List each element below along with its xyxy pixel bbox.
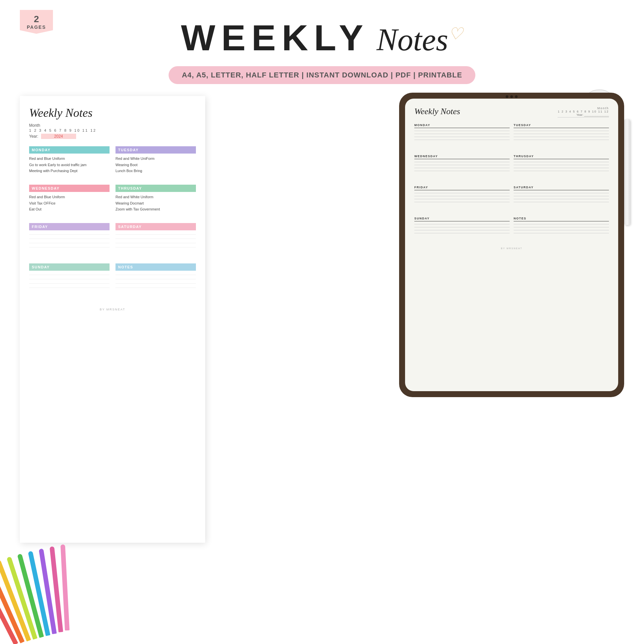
tablet-day-content-monday (414, 131, 510, 151)
tablet-day-line (414, 227, 510, 227)
day-item: Red and White Uniform (115, 194, 196, 200)
tablet-day-content-tuesday (514, 131, 609, 151)
tablet-day-block-friday: FRIDAY (414, 186, 510, 213)
tablet-day-line (414, 202, 510, 202)
day-block-wednesday: WEDNESDAYRed and Blue UniformVisit Tax O… (29, 185, 110, 217)
tablet-day-block-notes: NOTES (514, 217, 609, 244)
camera-dot-1 (506, 95, 508, 98)
tablet-day-content-saturday (514, 193, 609, 213)
tablet-day-line (514, 199, 609, 199)
tablet-day-grid: MONDAYTUESDAYWEDNESDAYTHRUSDAYFRIDAYSATU… (414, 123, 609, 244)
heart-icon: ♡ (448, 24, 463, 43)
day-header-notes: NOTES (115, 263, 196, 271)
day-header-friday: FRIDAY (29, 223, 110, 230)
day-item: Eat Out (29, 206, 110, 212)
day-item: Visit Tax OFFice (29, 200, 110, 207)
tablet-camera (506, 95, 518, 98)
tablet-title: Weekly Notes (414, 107, 460, 116)
tablet-day-header-thrusday: THRUSDAY (514, 155, 609, 159)
tablet-day-header-wednesday: WEDNESDAY (414, 155, 510, 159)
day-line (29, 239, 110, 239)
day-item: Wearing Boot (115, 162, 196, 168)
tablet-day-line (514, 165, 609, 165)
day-item: Lunch Box Bring (115, 168, 196, 174)
tablet-day-line (414, 224, 510, 224)
subtitle-pill: A4, A5, LETTER, HALF LETTER | INSTANT DO… (168, 66, 475, 84)
tablet-day-line (414, 233, 510, 233)
title-area: WEEKLY Notes♡ (0, 17, 644, 59)
day-line (29, 288, 110, 288)
tablet-day-line (514, 131, 609, 131)
title-weekly: WEEKLY (181, 17, 369, 59)
tablet-day-header-sunday: SUNDAY (414, 217, 510, 221)
tablet-day-line (514, 171, 609, 171)
tablet-day-line (414, 168, 510, 168)
day-line (115, 247, 196, 248)
tablet-day-line (414, 230, 510, 230)
tablet-day-line (414, 171, 510, 171)
tablet-day-block-thrusday: THRUSDAY (514, 155, 609, 182)
tablet-day-line (414, 137, 510, 137)
tablet-day-content-friday (414, 193, 510, 213)
day-line (29, 247, 110, 248)
day-block-notes: NOTES (115, 263, 196, 298)
day-content-monday: Red and Blue UniformGo to work Early to … (29, 156, 110, 179)
tablet-day-header-monday: MONDAY (414, 123, 510, 128)
camera-dot-2 (510, 95, 513, 98)
tablet-day-line (414, 134, 510, 134)
tablet-day-content-wednesday (414, 162, 510, 182)
day-block-tuesday: TUESDAYRed and White UniFormWearing Boot… (115, 146, 196, 179)
tablet-day-block-wednesday: WEDNESDAY (414, 155, 510, 182)
day-line (115, 288, 196, 288)
tablet-month-label: Month (558, 107, 609, 110)
tablet-day-line (514, 140, 609, 140)
tablet-brand: BY MRSNEAT (414, 247, 609, 250)
left-paper-title: Weekly Notes (29, 106, 196, 120)
day-content-wednesday: Red and Blue UniformVisit Tax OFFiceEat … (29, 194, 110, 217)
month-numbers: 1 2 3 4 5 6 7 8 9 10 11 12 (29, 128, 196, 132)
day-content-thrusday: Red and White UniformWearing DocmartZoom… (115, 194, 196, 217)
tablet-day-line (514, 196, 609, 196)
day-content-sunday (29, 275, 110, 298)
day-block-monday: MONDAYRed and Blue UniformGo to work Ear… (29, 146, 110, 179)
year-row: Year: 2024 (29, 134, 196, 139)
title-notes: Notes♡ (377, 22, 463, 58)
tablet-day-content-notes (514, 224, 609, 244)
day-item: Wearing Docmart (115, 200, 196, 207)
day-block-friday: FRIDAY (29, 223, 110, 257)
day-header-thrusday: THRUSDAY (115, 185, 196, 192)
day-content-friday (29, 234, 110, 257)
day-grid: MONDAYRed and Blue UniformGo to work Ear… (29, 146, 196, 298)
day-header-tuesday: TUESDAY (115, 146, 196, 154)
tablet-day-line (514, 168, 609, 168)
day-content-tuesday: Red and White UniFormWearing BootLunch B… (115, 156, 196, 179)
tablet-screen: Weekly Notes Month 1 2 3 4 5 6 7 8 9 10 … (405, 99, 618, 391)
day-block-sunday: SUNDAY (29, 263, 110, 298)
tablet-day-line (414, 193, 510, 193)
day-block-saturday: SATURDAY (115, 223, 196, 257)
pens-container (0, 541, 94, 644)
tablet-day-line (514, 137, 609, 137)
tablet-month-numbers: 1 2 3 4 5 6 7 8 9 10 11 12 (558, 110, 609, 113)
day-line (29, 279, 110, 279)
day-item: Meeting with Purchasing Dept (29, 168, 110, 174)
tablet-day-line (514, 162, 609, 162)
day-line (29, 234, 110, 235)
day-item: Go to work Early to avoid traffic jam (29, 162, 110, 168)
tablet-frame: Weekly Notes Month 1 2 3 4 5 6 7 8 9 10 … (399, 93, 624, 397)
tablet-day-header-tuesday: TUESDAY (514, 123, 609, 128)
tablet-day-line (514, 227, 609, 227)
tablet-day-line (514, 134, 609, 134)
tablet-day-content-sunday (414, 224, 510, 244)
tablet-day-line (514, 224, 609, 224)
month-label: Month (29, 123, 196, 128)
tablet-day-line (414, 165, 510, 165)
day-content-notes (115, 275, 196, 298)
tablet-year-row: Year: _______________ (558, 113, 609, 117)
tablet-day-line (514, 193, 609, 193)
tablet-day-line (514, 202, 609, 202)
day-item: Red and Blue Uniform (29, 194, 110, 200)
day-item: Zoom with Tax Government (115, 206, 196, 212)
day-line (115, 243, 196, 243)
tablet-day-line (414, 131, 510, 131)
